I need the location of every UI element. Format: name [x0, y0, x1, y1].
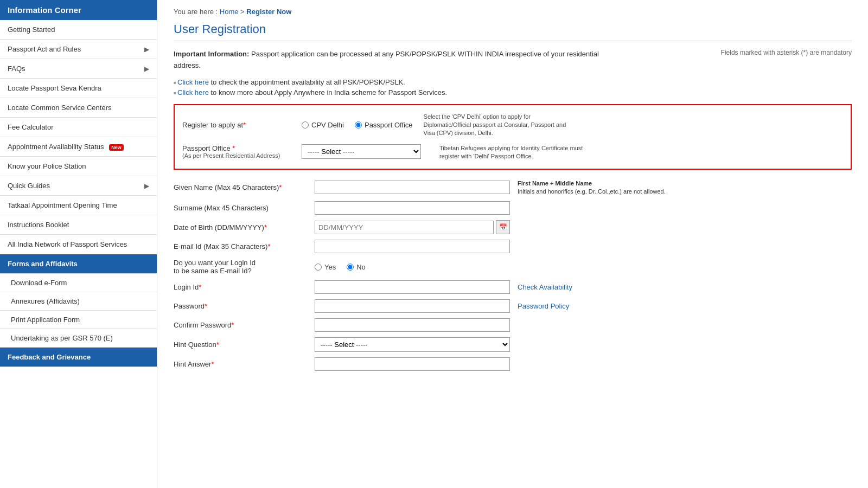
sidebar-item-police-station[interactable]: Know your Police Station [0, 157, 157, 176]
sidebar-item-faqs[interactable]: FAQs ▶ [0, 59, 157, 79]
tibetan-hint-text: Tibetan Refugees applying for Identity C… [439, 144, 591, 161]
click-link-1[interactable]: Click here [177, 78, 209, 86]
sidebar-item-instructions[interactable]: Instructions Booklet [0, 215, 157, 235]
register-at-label: Register to apply at* [182, 121, 291, 129]
sidebar-item-feedback[interactable]: Feedback and Grievance [0, 348, 157, 367]
radio-yes[interactable]: Yes [315, 263, 336, 271]
check-availability-link[interactable]: Check Availability [518, 283, 572, 291]
confirm-password-input[interactable] [315, 318, 510, 332]
dob-input-wrap: 📅 [315, 220, 510, 234]
hint-answer-row: Hint Answer* [174, 357, 852, 371]
surname-row: Surname (Max 45 Characters) [174, 201, 852, 215]
password-policy-link[interactable]: Password Policy [518, 302, 569, 310]
hint-question-select[interactable]: ----- Select ----- [315, 337, 510, 352]
sidebar-item-undertaking[interactable]: Undertaking as per GSR 570 (E) [0, 329, 157, 348]
given-name-hint: First Name + Middle NameInitials and hon… [518, 179, 666, 196]
important-info: Important Information: Passport applicat… [174, 49, 615, 72]
click-links-section: Click here to check the appointment avai… [174, 78, 852, 97]
sidebar: Information Corner Getting Started Passp… [0, 0, 157, 488]
sidebar-item-download-eform[interactable]: Download e-Form [0, 274, 157, 292]
click-link-item-2: Click here to know more about Apply Anyw… [174, 88, 852, 97]
sidebar-item-fee-calculator[interactable]: Fee Calculator [0, 118, 157, 137]
hint-answer-input-wrap [315, 357, 510, 371]
passport-office-select-wrap: ----- Select ----- [302, 144, 421, 159]
login-id-row: Login Id* Check Availability [174, 280, 852, 294]
page-title: User Registration [174, 22, 852, 41]
login-same-row: Do you want your Login Idto be same as E… [174, 259, 852, 275]
register-box: Register to apply at* CPV Delhi Passport… [174, 104, 852, 170]
login-id-input-wrap [315, 280, 510, 294]
email-row: E-mail Id (Max 35 Characters)* [174, 240, 852, 253]
login-same-label: Do you want your Login Idto be same as E… [174, 259, 315, 275]
sidebar-item-tatkaal[interactable]: Tatkaal Appointment Opening Time [0, 196, 157, 215]
radio-cpv-delhi-input[interactable] [302, 121, 309, 129]
hint-answer-label: Hint Answer* [174, 360, 315, 368]
sidebar-item-print-form[interactable]: Print Application Form [0, 311, 157, 329]
given-name-input[interactable] [315, 181, 510, 194]
password-input-wrap [315, 299, 510, 313]
radio-cpv-delhi[interactable]: CPV Delhi [302, 121, 344, 129]
given-name-label: Given Name (Max 45 Characters)* [174, 183, 315, 191]
dob-row: Date of Birth (DD/MM/YYYY)* 📅 [174, 220, 852, 234]
passport-office-row: Passport Office * (As per Present Reside… [182, 144, 843, 161]
breadcrumb-home[interactable]: Home [220, 8, 239, 16]
password-input[interactable] [315, 299, 510, 313]
given-name-row: Given Name (Max 45 Characters)* First Na… [174, 179, 852, 196]
hint-question-input-wrap: ----- Select ----- [315, 337, 510, 352]
sidebar-header: Information Corner [0, 0, 157, 20]
dob-label: Date of Birth (DD/MM/YYYY)* [174, 223, 315, 232]
chevron-right-icon: ▶ [144, 65, 149, 73]
breadcrumb: You are here : Home > Register Now [174, 8, 852, 16]
given-name-input-wrap [315, 181, 510, 194]
click-link-item-1: Click here to check the appointment avai… [174, 78, 852, 86]
login-id-label: Login Id* [174, 283, 315, 291]
main-content: You are here : Home > Register Now User … [157, 0, 868, 488]
register-at-radio-group: CPV Delhi Passport Office [302, 121, 413, 129]
chevron-right-icon: ▶ [144, 46, 149, 53]
radio-no-input[interactable] [347, 264, 354, 271]
sidebar-item-appointment-status[interactable]: Appointment Availability Status New [0, 137, 157, 157]
registration-form: Given Name (Max 45 Characters)* First Na… [174, 179, 852, 371]
sidebar-item-forms[interactable]: Forms and Affidavits [0, 254, 157, 274]
register-at-row: Register to apply at* CPV Delhi Passport… [182, 113, 843, 138]
mandatory-note: Fields marked with asterisk (*) are mand… [721, 49, 852, 56]
info-row: Important Information: Passport applicat… [174, 49, 852, 72]
chevron-right-icon: ▶ [144, 182, 149, 190]
email-input-wrap [315, 240, 510, 253]
sidebar-item-passport-act[interactable]: Passport Act and Rules ▶ [0, 40, 157, 59]
hint-question-label: Hint Question* [174, 341, 315, 349]
passport-office-label: Passport Office * (As per Present Reside… [182, 144, 291, 159]
calendar-icon[interactable]: 📅 [496, 220, 510, 234]
password-row: Password* Password Policy [174, 299, 852, 313]
login-same-input-wrap: Yes No [315, 263, 510, 271]
surname-label: Surname (Max 45 Characters) [174, 204, 315, 212]
hint-answer-input[interactable] [315, 357, 510, 371]
dob-input[interactable] [315, 221, 494, 234]
radio-passport-office[interactable]: Passport Office [355, 121, 413, 129]
sidebar-item-locate-psk[interactable]: Locate Passport Seva Kendra [0, 79, 157, 98]
sidebar-item-getting-started[interactable]: Getting Started [0, 20, 157, 40]
radio-yes-input[interactable] [315, 264, 322, 271]
confirm-password-label: Confirm Password* [174, 321, 315, 329]
click-link-2[interactable]: Click here [177, 88, 209, 97]
passport-office-select[interactable]: ----- Select ----- [302, 144, 421, 159]
confirm-password-input-wrap [315, 318, 510, 332]
email-input[interactable] [315, 240, 510, 253]
confirm-password-row: Confirm Password* [174, 318, 852, 332]
sidebar-item-annexures[interactable]: Annexures (Affidavits) [0, 292, 157, 311]
sidebar-item-aiinps[interactable]: All India Network of Passport Services [0, 235, 157, 254]
sidebar-item-quick-guides[interactable]: Quick Guides ▶ [0, 176, 157, 196]
radio-passport-office-input[interactable] [355, 121, 362, 129]
login-id-input[interactable] [315, 280, 510, 294]
surname-input[interactable] [315, 201, 510, 215]
password-label: Password* [174, 302, 315, 310]
radio-no[interactable]: No [347, 263, 366, 271]
sidebar-item-locate-csc[interactable]: Locate Common Service Centers [0, 98, 157, 118]
new-badge: New [109, 144, 124, 151]
surname-input-wrap [315, 201, 510, 215]
hint-question-row: Hint Question* ----- Select ----- [174, 337, 852, 352]
breadcrumb-current: Register Now [246, 8, 291, 16]
email-label: E-mail Id (Max 35 Characters)* [174, 242, 315, 251]
cpv-hint-text: Select the 'CPV Delhi' option to apply f… [424, 113, 576, 138]
